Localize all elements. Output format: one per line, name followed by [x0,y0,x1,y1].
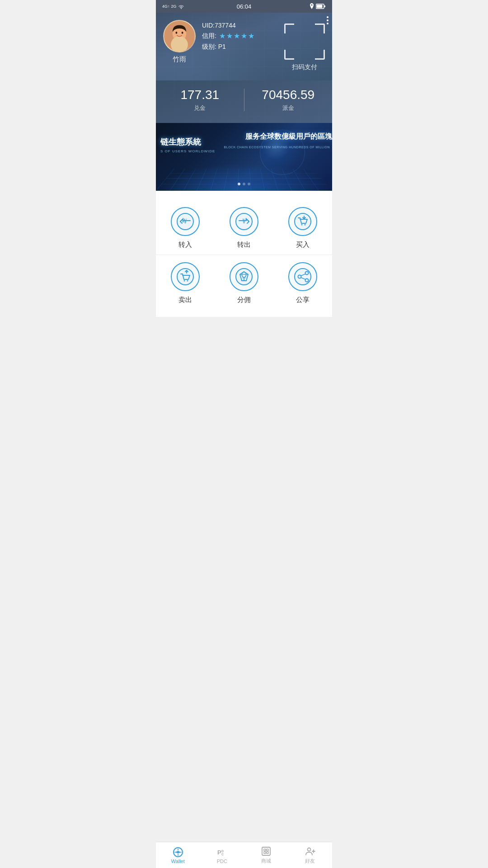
qr-label: 扫码支付 [292,63,317,71]
balance-right-value: 70456.59 [244,88,333,102]
banner-text-right-sub: BLOCK CHAIN ECOSYSTEM SERVING HUNDREDS O… [224,146,330,149]
share-label: 公享 [296,296,310,304]
transfer-in-icon-wrap: ¥ [171,207,200,236]
profile-header: 竹雨 UID:737744 信用: ★ ★ ★ ★ ★ 级别: P1 [156,13,332,80]
username: 竹雨 [163,55,196,64]
credit-stars: ★ ★ ★ ★ ★ [219,32,254,40]
signal-2g: 2G [171,4,177,9]
signal-4g: 4G↑ [162,4,170,9]
star-5: ★ [248,32,254,40]
balance-left-label: 兑金 [156,104,244,112]
banner-grid [156,169,332,191]
buy-icon-wrap [288,207,317,236]
svg-point-13 [301,224,303,226]
svg-rect-1 [317,5,323,8]
more-menu-button[interactable] [323,13,332,28]
banner-dot-1[interactable] [238,183,240,185]
level-text: 级别: P1 [202,43,278,51]
svg-text:¥: ¥ [184,218,187,225]
svg-point-17 [187,280,188,282]
svg-point-16 [184,280,185,282]
banner-pagination [238,183,250,185]
buy-button[interactable]: 买入 [273,200,332,255]
star-3: ★ [234,32,240,40]
qr-corner-tl [284,24,294,33]
credit-label: 信用: [202,32,216,40]
qr-pay-section[interactable]: 扫码支付 [284,24,325,71]
action-section: ¥ 转入 ¥ 转出 [156,191,332,317]
location-icon [310,3,314,9]
star-4: ★ [241,32,247,40]
svg-text:¥: ¥ [243,218,246,225]
action-grid-row2: 卖出 分佣 [156,255,332,310]
profile-info: UID:737744 信用: ★ ★ ★ ★ ★ 级别: P1 [202,20,278,51]
svg-point-5 [171,36,188,52]
transfer-out-button[interactable]: ¥ 转出 [215,200,273,255]
battery-icon [316,4,326,9]
transfer-out-icon-wrap: ¥ [230,207,258,236]
balance-left-value: 177.31 [156,88,244,102]
svg-point-19 [295,269,311,285]
svg-point-7 [182,32,183,34]
wifi-icon [178,4,184,9]
signal-info: 4G↑ 2G [162,4,184,9]
status-right-icons [310,3,326,9]
fengyun-button[interactable]: 分佣 [215,255,273,310]
svg-point-15 [177,269,193,285]
banner-dot-3[interactable] [248,183,250,185]
svg-point-14 [305,224,306,226]
transfer-out-label: 转出 [237,241,251,249]
level-label: 级别: [202,43,216,50]
svg-point-6 [176,32,178,34]
share-icon-wrap [288,262,317,291]
menu-dot [327,23,328,24]
svg-point-12 [295,213,311,230]
level-value: P1 [218,43,226,50]
svg-rect-2 [324,5,326,7]
qr-corner-br [315,50,325,60]
svg-point-18 [236,269,252,285]
qr-corner-bl [284,50,294,60]
buy-label: 买入 [296,241,310,249]
promo-banner[interactable]: 链生態系統 S OF USERS WORLDWIDE 服务全球数億級用戶的區塊 … [156,123,332,191]
fengyun-label: 分佣 [237,296,251,304]
qr-frame [284,24,325,60]
balance-left: 177.31 兑金 [156,88,244,112]
menu-dot [327,19,328,21]
balance-right: 70456.59 派金 [244,88,333,112]
banner-text-left-sub: S OF USERS WORLDWIDE [160,149,215,153]
status-time: 06:04 [237,3,252,10]
banner-dot-2[interactable] [243,183,245,185]
balance-right-label: 派金 [244,104,333,112]
uid-text: UID:737744 [202,22,278,29]
status-bar: 4G↑ 2G 06:04 [156,0,332,13]
fengyun-icon-wrap [230,262,258,291]
star-2: ★ [226,32,233,40]
transfer-in-button[interactable]: ¥ 转入 [156,200,215,255]
share-button[interactable]: 公享 [273,255,332,310]
sell-button[interactable]: 卖出 [156,255,215,310]
avatar[interactable] [163,20,196,52]
action-grid-row1: ¥ 转入 ¥ 转出 [156,200,332,255]
star-1: ★ [219,32,225,40]
transfer-in-label: 转入 [178,241,192,249]
sell-icon-wrap [171,262,200,291]
banner-text-right: 服务全球数億級用戶的區塊 [245,132,332,142]
banner-left-content: 链生態系統 [160,137,201,146]
menu-dot [327,16,328,18]
banner-text-left: 链生態系統 [160,137,201,147]
balance-section: 177.31 兑金 70456.59 派金 [156,80,332,123]
banner-right-content: 服务全球数億級用戶的區塊 [245,132,332,140]
sell-label: 卖出 [178,296,192,304]
